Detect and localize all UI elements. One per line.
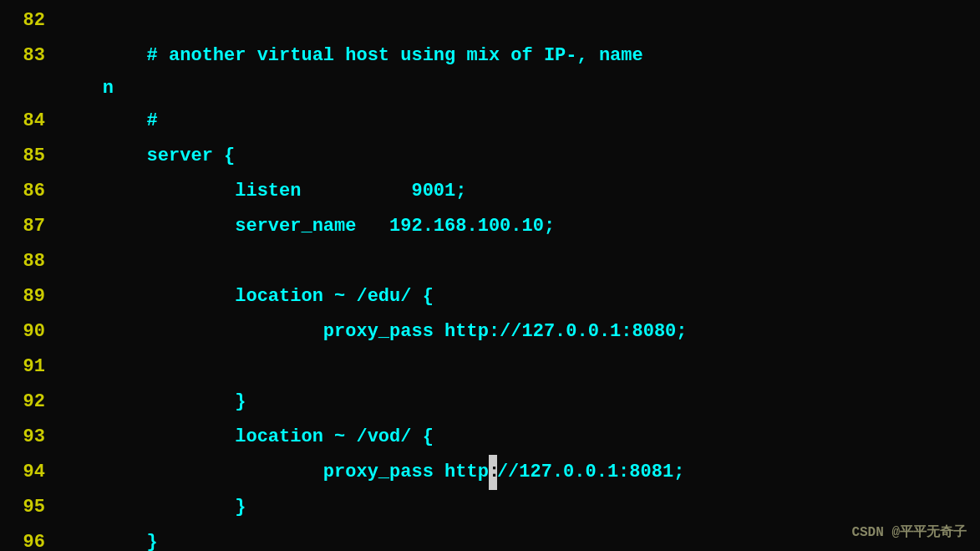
line-number-85: 85 [0, 139, 58, 174]
code-line-90: 90 proxy_pass http://127.0.0.1:8080; [0, 314, 980, 349]
code-line-93: 93 location ~ /vod/ { [0, 420, 980, 455]
line-number-90: 90 [0, 314, 58, 349]
line-number-87: 87 [0, 209, 58, 244]
code-line-85: 85 server { [0, 139, 980, 174]
line-number-83: 83 [0, 38, 58, 74]
line-number-88: 88 [0, 244, 58, 279]
line-number-89: 89 [0, 279, 58, 314]
line-number-94: 94 [0, 455, 58, 490]
watermark: CSDN @平平无奇子 [851, 523, 967, 541]
line-number-91: 91 [0, 349, 58, 385]
code-line-91: 91 [0, 349, 980, 385]
line-content-90: proxy_pass http://127.0.0.1:8080; [58, 314, 980, 349]
code-line-82: 82 [0, 3, 980, 38]
line-number-95: 95 [0, 490, 58, 525]
line-content-83-cont: n [58, 74, 980, 104]
code-line-95: 95 } [0, 490, 980, 525]
line-number-82: 82 [0, 3, 58, 38]
line-content-93: location ~ /vod/ { [58, 420, 980, 455]
code-line-87: 87 server_name 192.168.100.10; [0, 209, 980, 244]
code-line-86: 86 listen 9001; [0, 174, 980, 209]
line-content-94: proxy_pass http://127.0.0.1:8081; [58, 455, 980, 490]
line-number-92: 92 [0, 385, 58, 420]
line-content-95: } [58, 490, 980, 525]
text-cursor: : [489, 455, 497, 490]
code-line-96: 96 } [0, 525, 980, 551]
line-number-96: 96 [0, 525, 58, 551]
code-line-83-wrapper: 83 # another virtual host using mix of I… [0, 38, 980, 104]
line-content-92: } [58, 385, 980, 420]
code-line-92: 92 } [0, 385, 980, 420]
line-content-86: listen 9001; [58, 174, 980, 209]
line-content-87: server_name 192.168.100.10; [58, 209, 980, 244]
line-content-85: server { [58, 139, 980, 174]
code-line-94: 94 proxy_pass http://127.0.0.1:8081; [0, 455, 980, 490]
code-line-84: 84 # [0, 104, 980, 139]
line-content-84: # [58, 104, 980, 139]
line-content-83: # another virtual host using mix of IP-,… [58, 38, 980, 74]
line-number-86: 86 [0, 174, 58, 209]
line-content-96: } [58, 525, 980, 551]
code-line-83: 83 # another virtual host using mix of I… [0, 38, 980, 74]
code-editor: 82 83 # another virtual host using mix o… [0, 0, 980, 551]
code-line-89: 89 location ~ /edu/ { [0, 279, 980, 314]
code-line-88: 88 [0, 244, 980, 279]
line-number-93: 93 [0, 420, 58, 455]
line-content-89: location ~ /edu/ { [58, 279, 980, 314]
line-number-84: 84 [0, 104, 58, 139]
code-line-83-cont: n [0, 74, 980, 104]
